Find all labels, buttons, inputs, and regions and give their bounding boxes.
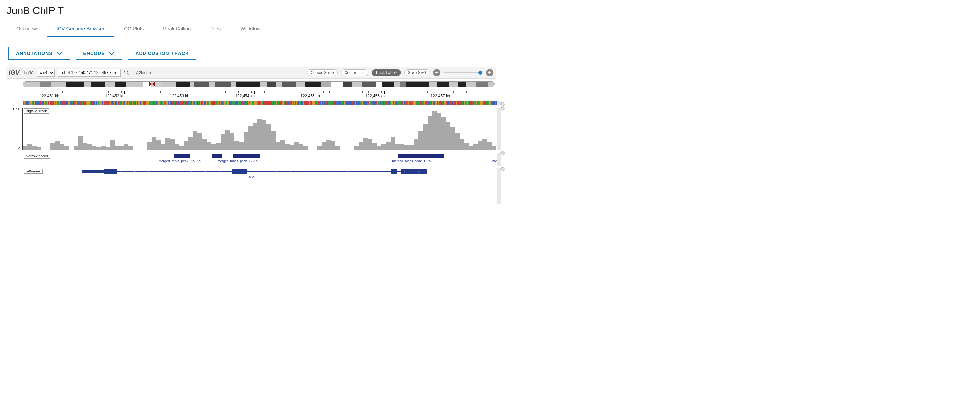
- add-track-button[interactable]: ADD CUSTOM TRACK: [128, 47, 197, 59]
- igv-toolbar: IGV hg38 chr4 7,255 bp Cursor Guide Cent…: [6, 67, 496, 78]
- annotations-button[interactable]: ANNOTATIONS: [8, 47, 70, 59]
- tab-qc[interactable]: QC Plots: [114, 21, 153, 37]
- ruler-tick-label: 122,455 kb: [301, 94, 320, 98]
- annotations-label: ANNOTATIONS: [16, 51, 52, 56]
- zoom-slider[interactable]: [444, 72, 483, 73]
- chromosome-select[interactable]: chr4: [37, 69, 54, 77]
- encode-label: ENCODE: [83, 51, 105, 56]
- bigwig-row: 0.90 0 BigWig Track: [6, 105, 496, 150]
- chevron-down-icon: [57, 51, 62, 56]
- ruler-tick-label: 122,452 kb: [105, 94, 124, 98]
- sequence-track[interactable]: [23, 101, 496, 105]
- chevron-down-icon: [109, 51, 115, 56]
- save-svg-button[interactable]: Save SVG: [404, 69, 430, 76]
- narrow-peak-label: merged_macs_peak_122557: [217, 160, 260, 163]
- svg-point-0: [124, 70, 127, 73]
- bigwig-track[interactable]: [23, 111, 496, 150]
- narrow-peak-label: merged_macs_peak_122558: [392, 160, 434, 163]
- ruler-tick-label: 122,451 kb: [40, 94, 59, 98]
- resize-handle[interactable]: [497, 108, 501, 150]
- narrow-peak[interactable]: [233, 154, 259, 158]
- tab-overview[interactable]: Overview: [6, 21, 47, 37]
- zoom-out-button[interactable]: −: [433, 69, 440, 76]
- locus-input[interactable]: [58, 69, 121, 77]
- cursor-guide-button[interactable]: Cursor Guide: [307, 69, 337, 76]
- y-axis: [22, 108, 22, 150]
- ruler[interactable]: 122,451 kb122,452 kb122,453 kb122,454 kb…: [23, 91, 496, 101]
- gear-icon[interactable]: [500, 150, 505, 156]
- ruler-tick-label: 122,454 kb: [235, 94, 254, 98]
- track-source-buttons: ANNOTATIONS ENCODE ADD CUSTOM TRACK: [0, 37, 502, 67]
- narrow-peak[interactable]: [174, 154, 190, 158]
- narrow-peaks-label[interactable]: Narrow peaks: [24, 153, 50, 159]
- search-icon[interactable]: [124, 69, 129, 76]
- page-title: JunB ChIP T: [0, 0, 502, 19]
- gene-body[interactable]: [82, 171, 425, 171]
- narrow-peaks-row: Narrow peaks merged_macs_peak_122555merg…: [6, 150, 496, 166]
- igv-logo: IGV: [9, 69, 20, 76]
- tab-workflow[interactable]: Workflow: [231, 21, 270, 37]
- resize-handle[interactable]: [497, 168, 501, 204]
- tabs: Overview IGV Genome Browser QC Plots Pea…: [0, 21, 502, 37]
- chromosome-ideogram[interactable]: [23, 81, 495, 87]
- narrow-peak[interactable]: [398, 154, 444, 158]
- gene-exon[interactable]: [82, 169, 106, 173]
- tab-peak[interactable]: Peak Calling: [153, 21, 200, 37]
- sequence-row: [6, 101, 496, 105]
- tab-files[interactable]: Files: [200, 21, 231, 37]
- genome-viewer: 122,451 kb122,452 kb122,453 kb122,454 kb…: [6, 81, 496, 204]
- add-track-label: ADD CUSTOM TRACK: [136, 51, 189, 56]
- narrow-peak-label: merged_macs_peak_122555: [159, 160, 201, 163]
- refgenes-row: refGenes ‹‹‹‹‹‹‹‹‹‹‹‹‹‹‹‹‹‹‹‹‹‹‹‹IL2: [6, 166, 496, 204]
- genome-label: hg38: [24, 70, 34, 75]
- svg-line-1: [127, 73, 129, 74]
- y-max: 0.90: [9, 107, 20, 111]
- ruler-tick-label: 122,453 kb: [170, 94, 189, 98]
- encode-button[interactable]: ENCODE: [76, 47, 122, 59]
- ruler-tick-label: 122,457 kb: [431, 94, 450, 98]
- refgenes-label[interactable]: refGenes: [24, 169, 43, 174]
- span-label: 7,255 bp: [136, 70, 151, 75]
- zoom-in-button[interactable]: +: [486, 69, 493, 76]
- center-line-button[interactable]: Center Line: [341, 69, 368, 76]
- gear-icon[interactable]: [500, 106, 505, 111]
- gear-icon[interactable]: [500, 166, 505, 171]
- tab-igv[interactable]: IGV Genome Browser: [47, 21, 115, 37]
- narrow-peak[interactable]: [212, 154, 222, 158]
- track-labels-button[interactable]: Track Labels: [372, 69, 401, 76]
- ruler-tick-label: 122,456 kb: [366, 94, 385, 98]
- gene-name: IL2: [249, 175, 254, 179]
